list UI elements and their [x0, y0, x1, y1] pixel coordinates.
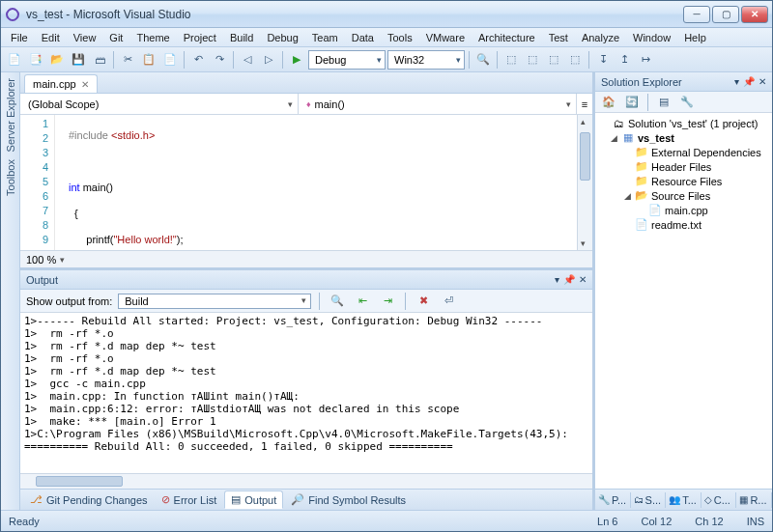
menu-git[interactable]: Git [103, 30, 129, 45]
status-line: Ln 6 [597, 516, 617, 527]
tab-main-cpp[interactable]: main.cpp ✕ [24, 74, 98, 93]
config-combo[interactable]: Debug [308, 50, 386, 70]
step3-icon[interactable]: ↦ [636, 50, 655, 70]
copy-icon[interactable]: 📋 [139, 50, 158, 70]
close-button[interactable]: ✕ [741, 6, 768, 23]
file-readme[interactable]: 📄 readme.txt [597, 217, 770, 232]
se-refresh-icon[interactable]: 🔄 [622, 93, 642, 112]
se-close-icon[interactable]: ✕ [759, 76, 766, 87]
tab-find-symbol[interactable]: 🔎Find Symbol Results [285, 491, 412, 508]
member-combo[interactable]: main() [299, 94, 577, 114]
wordwrap-icon[interactable]: ⏎ [439, 292, 458, 311]
menu-edit[interactable]: Edit [36, 30, 66, 45]
save-all-icon[interactable]: 🗃 [90, 50, 109, 70]
rtab-solution[interactable]: 🗂S... [631, 492, 667, 508]
undo-icon[interactable]: ↶ [188, 50, 208, 70]
pin-icon[interactable]: 📌 [563, 274, 575, 285]
tab-close-icon[interactable]: ✕ [81, 79, 89, 90]
find-icon[interactable]: 🔍 [473, 50, 493, 70]
folder-external-deps[interactable]: 📁 External Dependencies [597, 145, 770, 159]
status-col: Col 12 [642, 516, 673, 527]
cut-icon[interactable]: ✂ [118, 50, 137, 70]
nav-fwd-icon[interactable]: ▷ [259, 50, 278, 70]
menu-theme[interactable]: Theme [130, 30, 175, 45]
collapse-icon[interactable]: ◢ [622, 191, 632, 201]
show-output-label: Show output from: [26, 295, 112, 307]
find-message-icon[interactable]: 🔍 [328, 292, 347, 311]
start-debug-icon[interactable]: ▶ [287, 50, 306, 70]
menu-help[interactable]: Help [678, 30, 712, 45]
goto-next-icon[interactable]: ⇥ [378, 292, 397, 311]
menu-project[interactable]: Project [178, 30, 222, 45]
folder-resource-files[interactable]: 📁 Resource Files [597, 174, 770, 188]
file-main-cpp[interactable]: 📄 main.cpp [597, 203, 770, 217]
menu-test[interactable]: Test [543, 30, 574, 45]
output-source-combo[interactable]: Build [118, 294, 311, 309]
menu-architecture[interactable]: Architecture [472, 30, 541, 45]
project-icon: ▦ [621, 131, 635, 144]
solution-tree[interactable]: 🗂 Solution 'vs_test' (1 project) ◢▦ vs_t… [595, 113, 772, 489]
scope-combo[interactable]: (Global Scope) [20, 94, 299, 114]
add-item-icon[interactable]: 📑 [26, 50, 45, 70]
editor-tabstrip: main.cpp ✕ [20, 72, 592, 94]
se-properties-icon[interactable]: 🔧 [677, 93, 697, 112]
menu-window[interactable]: Window [627, 30, 676, 45]
server-explorer-tab[interactable]: Server Explorer [5, 78, 16, 152]
menu-team[interactable]: Team [306, 30, 344, 45]
nav-back-icon[interactable]: ◁ [238, 50, 257, 70]
se-home-icon[interactable]: 🏠 [599, 93, 618, 112]
window-title: vs_test - Microsoft Visual Studio [26, 8, 683, 21]
open-icon[interactable]: 📂 [47, 50, 67, 70]
se-pin-icon[interactable]: 📌 [743, 76, 755, 87]
project-node[interactable]: ◢▦ vs_test [597, 130, 770, 145]
se-dropdown-icon[interactable]: ▾ [734, 76, 739, 87]
tab-output[interactable]: ▤Output [224, 490, 283, 509]
clear-icon[interactable]: ✖ [414, 292, 433, 311]
step2-icon[interactable]: ↥ [615, 50, 634, 70]
rtab-team[interactable]: 👥T... [666, 492, 701, 508]
menu-build[interactable]: Build [224, 30, 259, 45]
misc1-icon[interactable]: ⬚ [501, 50, 521, 70]
titlebar: vs_test - Microsoft Visual Studio ─ ▢ ✕ [1, 1, 772, 28]
se-showall-icon[interactable]: ▤ [654, 93, 673, 112]
redo-icon[interactable]: ↷ [210, 50, 229, 70]
output-hscroll[interactable] [20, 473, 592, 489]
rtab-class[interactable]: ◇C... [701, 492, 737, 508]
rtab-resource[interactable]: ▦R... [736, 492, 772, 508]
menu-vmware[interactable]: VMware [420, 30, 471, 45]
panel-close-icon[interactable]: ✕ [579, 274, 587, 285]
dropdown-icon[interactable]: ▾ [555, 274, 559, 285]
tab-git-pending[interactable]: ⎇Git Pending Changes [24, 491, 154, 508]
solution-node[interactable]: 🗂 Solution 'vs_test' (1 project) [597, 117, 770, 130]
folder-source-files[interactable]: ◢📂 Source Files [597, 188, 770, 203]
menu-analyze[interactable]: Analyze [576, 30, 625, 45]
menu-tools[interactable]: Tools [382, 30, 418, 45]
new-project-icon[interactable]: 📄 [5, 50, 24, 70]
misc3-icon[interactable]: ⬚ [544, 50, 563, 70]
code-content[interactable]: ⊟#include <stdio.h> ⊟int main() { printf… [55, 115, 577, 250]
menu-file[interactable]: File [5, 30, 34, 45]
misc2-icon[interactable]: ⬚ [523, 50, 542, 70]
toolbox-tab[interactable]: Toolbox [5, 159, 16, 196]
zoom-combo[interactable]: 100 % [20, 250, 592, 267]
menu-view[interactable]: View [68, 30, 102, 45]
tab-error-list[interactable]: ⊘Error List [156, 491, 223, 508]
collapse-icon[interactable]: ◢ [609, 133, 618, 143]
paste-icon[interactable]: 📄 [160, 50, 180, 70]
code-editor[interactable]: 123 456 789 ⊟#include <stdio.h> ⊟int mai… [20, 115, 592, 250]
split-icon[interactable]: ≡ [577, 98, 592, 110]
save-icon[interactable]: 💾 [69, 50, 88, 70]
output-text[interactable]: 1>------ Rebuild All started: Project: v… [20, 313, 592, 473]
menu-data[interactable]: Data [346, 30, 380, 45]
platform-combo[interactable]: Win32 [387, 50, 465, 70]
folder-header-files[interactable]: 📁 Header Files [597, 159, 770, 174]
goto-prev-icon[interactable]: ⇤ [353, 292, 372, 311]
rtab-properties[interactable]: 🔧P... [595, 492, 631, 508]
menu-debug[interactable]: Debug [261, 30, 303, 45]
minimize-button[interactable]: ─ [683, 6, 710, 23]
status-ready: Ready [9, 516, 40, 527]
maximize-button[interactable]: ▢ [712, 6, 739, 23]
misc4-icon[interactable]: ⬚ [565, 50, 585, 70]
step-icon[interactable]: ↧ [593, 50, 613, 70]
editor-scrollbar[interactable] [577, 115, 592, 250]
